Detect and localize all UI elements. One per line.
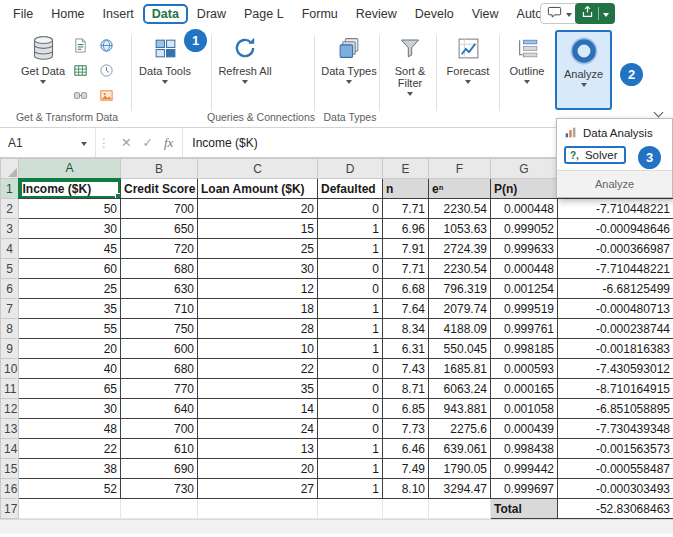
cell-B17[interactable] [121, 499, 198, 519]
cell-D9[interactable]: 1 [318, 339, 383, 359]
cell-G14[interactable]: 0.998438 [491, 439, 558, 459]
cell-B11[interactable]: 770 [121, 379, 198, 399]
cell-F13[interactable]: 2275.6 [429, 419, 491, 439]
cell-A7[interactable]: 35 [19, 299, 121, 319]
cell-H16[interactable]: -0.000303493 [558, 479, 673, 499]
cell-D8[interactable]: 1 [318, 319, 383, 339]
tab-develo[interactable]: Develo [406, 3, 463, 25]
tab-file[interactable]: File [4, 3, 42, 25]
cell-E4[interactable]: 7.91 [383, 239, 429, 259]
tab-view[interactable]: View [463, 3, 508, 25]
row-header-17[interactable]: 17 [1, 499, 19, 519]
cell-H5[interactable]: -7.710448221 [558, 259, 673, 279]
cell-A11[interactable]: 65 [19, 379, 121, 399]
cell-F6[interactable]: 796.319 [429, 279, 491, 299]
cell-F16[interactable]: 3294.47 [429, 479, 491, 499]
cell-A4[interactable]: 45 [19, 239, 121, 259]
cell-A12[interactable]: 30 [19, 399, 121, 419]
cell-D15[interactable]: 1 [318, 459, 383, 479]
cell-G9[interactable]: 0.998185 [491, 339, 558, 359]
cell-F9[interactable]: 550.045 [429, 339, 491, 359]
cell-G2[interactable]: 0.000448 [491, 199, 558, 219]
cell-G13[interactable]: 0.000439 [491, 419, 558, 439]
insert-function-button[interactable]: fx [164, 135, 173, 151]
cell-A17[interactable] [19, 499, 121, 519]
formula-bar-input[interactable]: Income ($K) [183, 128, 257, 157]
cell-E17[interactable] [383, 499, 429, 519]
cell-E10[interactable]: 7.43 [383, 359, 429, 379]
cell-H12[interactable]: -6.851058895 [558, 399, 673, 419]
cell-F2[interactable]: 2230.54 [429, 199, 491, 219]
cell-B12[interactable]: 640 [121, 399, 198, 419]
cell-B6[interactable]: 630 [121, 279, 198, 299]
cell-C17[interactable] [198, 499, 318, 519]
cell-E16[interactable]: 8.10 [383, 479, 429, 499]
cell-C14[interactable]: 13 [198, 439, 318, 459]
cell-C15[interactable]: 20 [198, 459, 318, 479]
column-header-G[interactable]: G [491, 159, 558, 179]
cell-B3[interactable]: 650 [121, 219, 198, 239]
cell-D2[interactable]: 0 [318, 199, 383, 219]
cell-E14[interactable]: 6.46 [383, 439, 429, 459]
cell-C5[interactable]: 30 [198, 259, 318, 279]
cell-E7[interactable]: 7.64 [383, 299, 429, 319]
cell-G8[interactable]: 0.999761 [491, 319, 558, 339]
cell-D7[interactable]: 1 [318, 299, 383, 319]
cell-C11[interactable]: 35 [198, 379, 318, 399]
tab-draw[interactable]: Draw [188, 3, 235, 25]
cell-H8[interactable]: -0.000238744 [558, 319, 673, 339]
cell-H11[interactable]: -8.710164915 [558, 379, 673, 399]
cell-F17[interactable] [429, 499, 491, 519]
column-header-E[interactable]: E [383, 159, 429, 179]
cell-B14[interactable]: 610 [121, 439, 198, 459]
cell-E11[interactable]: 8.71 [383, 379, 429, 399]
cell-G5[interactable]: 0.000448 [491, 259, 558, 279]
cell-D13[interactable]: 0 [318, 419, 383, 439]
cell-E12[interactable]: 6.85 [383, 399, 429, 419]
column-header-F[interactable]: F [429, 159, 491, 179]
cell-F15[interactable]: 1790.05 [429, 459, 491, 479]
cell-D4[interactable]: 1 [318, 239, 383, 259]
cell-H4[interactable]: -0.000366987 [558, 239, 673, 259]
row-header-8[interactable]: 8 [1, 319, 19, 339]
cell-G15[interactable]: 0.999442 [491, 459, 558, 479]
column-header-D[interactable]: D [318, 159, 383, 179]
cell-F8[interactable]: 4188.09 [429, 319, 491, 339]
cell-E15[interactable]: 7.49 [383, 459, 429, 479]
cell-D6[interactable]: 0 [318, 279, 383, 299]
cell-D11[interactable]: 0 [318, 379, 383, 399]
from-picture-icon[interactable] [96, 84, 116, 106]
cell-C13[interactable]: 24 [198, 419, 318, 439]
cell-F12[interactable]: 943.881 [429, 399, 491, 419]
cell-A9[interactable]: 20 [19, 339, 121, 359]
cell-C2[interactable]: 20 [198, 199, 318, 219]
row-header-3[interactable]: 3 [1, 219, 19, 239]
cell-B7[interactable]: 710 [121, 299, 198, 319]
forecast-button[interactable]: Forecast [440, 31, 496, 84]
cell-B10[interactable]: 680 [121, 359, 198, 379]
cell-G1[interactable]: P(n) [491, 179, 558, 199]
cell-G3[interactable]: 0.999052 [491, 219, 558, 239]
cell-G16[interactable]: 0.999697 [491, 479, 558, 499]
row-header-14[interactable]: 14 [1, 439, 19, 459]
row-header-4[interactable]: 4 [1, 239, 19, 259]
cell-F10[interactable]: 1685.81 [429, 359, 491, 379]
cell-G11[interactable]: 0.000165 [491, 379, 558, 399]
tab-data[interactable]: Data [143, 4, 188, 24]
row-header-13[interactable]: 13 [1, 419, 19, 439]
row-header-5[interactable]: 5 [1, 259, 19, 279]
cell-D3[interactable]: 1 [318, 219, 383, 239]
cell-C8[interactable]: 28 [198, 319, 318, 339]
cell-B16[interactable]: 730 [121, 479, 198, 499]
menu-item-data-analysis[interactable]: Data Analysis [557, 122, 672, 144]
cell-B4[interactable]: 720 [121, 239, 198, 259]
cell-G17[interactable]: Total [491, 499, 558, 519]
cell-H6[interactable]: -6.68125499 [558, 279, 673, 299]
cell-G10[interactable]: 0.000593 [491, 359, 558, 379]
row-header-6[interactable]: 6 [1, 279, 19, 299]
existing-connections-icon[interactable] [70, 84, 90, 106]
tab-formu[interactable]: Formu [293, 3, 347, 25]
cell-H3[interactable]: -0.000948646 [558, 219, 673, 239]
get-data-button[interactable]: Get Data [20, 31, 66, 84]
cell-H13[interactable]: -7.730439348 [558, 419, 673, 439]
